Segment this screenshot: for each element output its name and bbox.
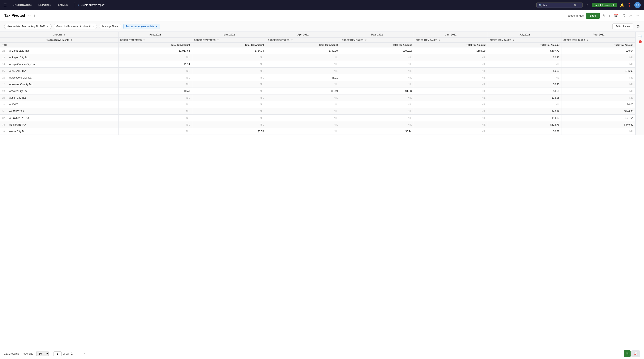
- expand-apr-icon[interactable]: ▼: [291, 39, 293, 41]
- row-number: 29: [2, 97, 8, 99]
- favorite-icon[interactable]: ☆: [28, 14, 31, 18]
- cell-value: $0.22: [488, 54, 562, 61]
- cell-value: $1.14: [118, 61, 192, 68]
- nav-icons: ☆ Book 1:1 expert help 🔔 ❓ OD: [586, 2, 641, 8]
- create-custom-report-button[interactable]: ✦ Create custom report: [74, 2, 107, 9]
- edit-columns-button[interactable]: Edit columns: [612, 24, 633, 29]
- expand-feb-icon[interactable]: ▼: [143, 39, 145, 41]
- cell-nil: NIL: [340, 74, 414, 81]
- table-header-row-1: ORDERS ⇅ Feb, 2022 Mar, 2022 Apr, 2022 M…: [0, 32, 636, 38]
- copy-icon[interactable]: ⎘: [602, 13, 606, 19]
- table-row: 23 Arlington City TaxNILNILNILNILNIL$0.2…: [0, 54, 636, 61]
- book-expert-button[interactable]: Book 1:1 expert help: [592, 3, 617, 7]
- more-options-icon[interactable]: ⋯: [635, 13, 640, 19]
- row-title-cell: 25 AR STATE TAX: [0, 68, 118, 74]
- help-icon[interactable]: ❓: [627, 3, 632, 7]
- table-header-row-3: Title Total Tax Amount Total Tax Amount …: [0, 43, 636, 48]
- cell-nil: NIL: [192, 81, 266, 88]
- row-number: 27: [2, 83, 8, 86]
- order-item-taxes-jun: ORDER ITEM TAXES ▼: [414, 38, 488, 43]
- row-title-cell: 27 Atascosa County Tax: [0, 81, 118, 88]
- table-row: 24 Arroyo Grande City Tax$1.14NILNILNILN…: [0, 61, 636, 68]
- nav-reports[interactable]: REPORTS: [36, 3, 54, 7]
- star-icon[interactable]: ☆: [586, 3, 589, 7]
- cell-nil: NIL: [266, 101, 340, 108]
- row-title-cell: 32 AZ COUNTY TAX: [0, 115, 118, 121]
- row-title: Atascadero City Tax: [9, 76, 32, 79]
- cell-nil: NIL: [340, 61, 414, 68]
- cell-value: $0.40: [118, 88, 192, 95]
- cell-nil: NIL: [192, 54, 266, 61]
- expand-jun-icon[interactable]: ▼: [438, 39, 441, 41]
- cell-nil: NIL: [266, 54, 340, 61]
- row-title-cell: 28 Atwater City Tax: [0, 88, 118, 95]
- cell-nil: NIL: [562, 95, 636, 101]
- date-range-pill[interactable]: Year to date Jan 1 – Aug 26, 2022 ▼: [4, 24, 52, 29]
- row-title-cell: 31 AZ CITY TAX: [0, 108, 118, 115]
- cell-nil: NIL: [192, 115, 266, 121]
- cell-nil: NIL: [414, 88, 488, 95]
- active-filter-tag[interactable]: Processed At year to date ▼: [123, 24, 160, 29]
- processed-at-sort-icon[interactable]: ⬍: [71, 39, 72, 41]
- reset-changes-button[interactable]: reset changes: [566, 14, 584, 17]
- search-input[interactable]: [543, 4, 573, 7]
- calendar-icon[interactable]: 📅: [613, 13, 619, 19]
- cell-nil: NIL: [562, 61, 636, 68]
- table-body: 22 Arizona State Tax$1,017.66$734.35$740…: [0, 48, 636, 135]
- table-row: 27 Atascosa County TaxNILNILNILNILNIL$0.…: [0, 81, 636, 88]
- manage-filters-button[interactable]: Manage filters: [99, 24, 121, 29]
- print-icon[interactable]: 🖨: [621, 13, 626, 19]
- row-number: 22: [2, 50, 8, 52]
- expand-jul-icon[interactable]: ▼: [512, 39, 515, 41]
- row-title: AZ CITY TAX: [9, 110, 24, 113]
- cell-value: $0.50: [488, 88, 562, 95]
- expand-may-icon[interactable]: ▼: [364, 39, 367, 41]
- total-tax-may: Total Tax Amount: [340, 43, 414, 48]
- cell-value: $740.99: [266, 48, 340, 54]
- chart-icon[interactable]: 📊: [638, 34, 642, 38]
- hamburger-icon[interactable]: ☰: [3, 3, 7, 7]
- cell-value: $1,017.66: [118, 48, 192, 54]
- save-button[interactable]: Save: [586, 13, 600, 19]
- cell-nil: NIL: [414, 95, 488, 101]
- cell-nil: NIL: [266, 128, 340, 135]
- external-link-icon[interactable]: ↗: [628, 13, 633, 19]
- cell-nil: NIL: [118, 54, 192, 61]
- total-tax-apr: Total Tax Amount: [266, 43, 340, 48]
- avatar[interactable]: OD: [634, 2, 641, 8]
- nav-emails[interactable]: EMAILS: [56, 3, 71, 7]
- table-row: 30 AU VATNILNILNILNILNILNIL$0.00: [0, 101, 636, 108]
- info-icon[interactable]: ℹ: [34, 14, 35, 18]
- orders-label: ORDERS: [53, 34, 62, 36]
- cell-nil: NIL: [192, 74, 266, 81]
- active-filter-chevron-icon: ▼: [156, 26, 158, 28]
- cell-value: $16.85: [488, 95, 562, 101]
- cell-value: $0.90: [488, 81, 562, 88]
- cell-value: $14.63: [488, 115, 562, 121]
- date-range-chevron-icon: ▼: [47, 26, 49, 28]
- cell-nil: NIL: [414, 115, 488, 121]
- cell-nil: NIL: [266, 115, 340, 121]
- nav-dashboards[interactable]: DASHBOARDS: [10, 3, 34, 7]
- settings-icon[interactable]: ⚙: [636, 24, 640, 29]
- cell-value: $0.82: [488, 128, 562, 135]
- share-icon[interactable]: ↑: [608, 13, 611, 19]
- group-by-label: Group by Processed At · Month: [56, 25, 92, 28]
- orders-expand-icon[interactable]: ⇅: [64, 33, 66, 36]
- plus-icon: ✦: [77, 3, 80, 7]
- cell-nil: NIL: [118, 74, 192, 81]
- total-tax-feb: Total Tax Amount: [118, 43, 192, 48]
- table-header-row-2: Processed At · Month ⬍ ORDER ITEM TAXES …: [0, 38, 636, 43]
- group-by-pill[interactable]: Group by Processed At · Month ⇅: [54, 24, 97, 29]
- cell-nil: NIL: [562, 74, 636, 81]
- order-item-taxes-jul: ORDER ITEM TAXES ▼: [488, 38, 562, 43]
- table-scroll-area[interactable]: ORDERS ⇅ Feb, 2022 Mar, 2022 Apr, 2022 M…: [0, 32, 636, 135]
- cell-nil: NIL: [192, 95, 266, 101]
- clear-search-icon[interactable]: ✕: [574, 4, 576, 7]
- expand-mar-icon[interactable]: ▼: [217, 39, 219, 41]
- bell-icon[interactable]: 🔔: [620, 3, 624, 7]
- total-tax-mar: Total Tax Amount: [192, 43, 266, 48]
- processed-at-month-label: Processed At · Month: [46, 39, 70, 41]
- expand-aug-icon[interactable]: ▼: [586, 39, 588, 41]
- cell-nil: NIL: [340, 68, 414, 74]
